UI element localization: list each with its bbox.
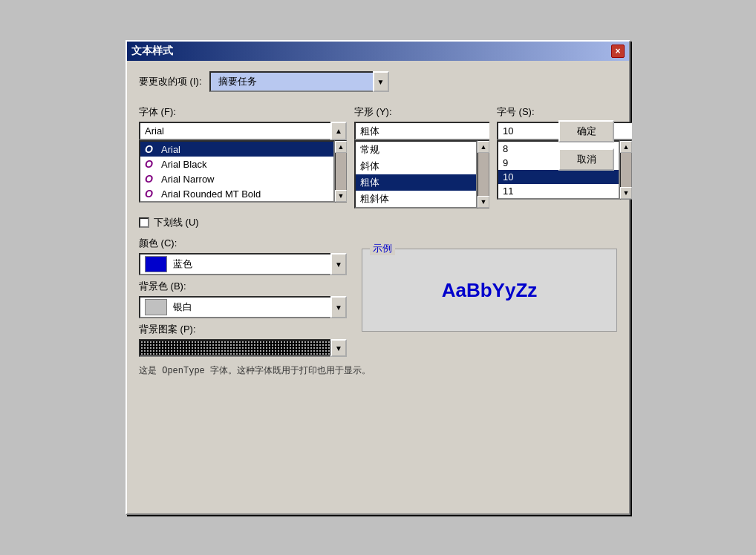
color-combo[interactable]: 蓝色 ▼ [139,253,347,275]
style-label: 字形 (Y): [354,105,489,119]
dialog-title: 文本样式 [131,45,173,58]
font-input[interactable] [139,122,330,140]
example-inner: AaBbYyZz [362,249,616,331]
style-item-bold[interactable]: 粗体 [356,174,476,191]
color-column: 颜色 (C): 蓝色 ▼ 背景色 (B): [139,237,347,357]
font-item-arial-rounded[interactable]: O Arial Rounded MT Bold [140,186,333,201]
color-preview [145,256,167,272]
size-scroll-track[interactable] [621,153,631,187]
font-item-arial-black[interactable]: O Arial Black [140,157,333,171]
bg-pattern-combo[interactable]: ▼ [139,339,347,357]
item-change-input[interactable]: 摘要任务 [209,71,373,92]
font-name-arial-black: Arial Black [161,159,206,170]
style-item-bold-italic[interactable]: 粗斜体 [356,191,476,207]
style-name-italic: 斜体 [360,160,379,173]
style-item-italic[interactable]: 斜体 [356,158,476,174]
font-listbox[interactable]: O Arial O Arial Black O Arial Narrow O [139,140,335,203]
close-button[interactable]: × [611,45,625,58]
bg-pattern-preview [139,339,330,357]
font-column: 字体 (F): ▲ O Arial O Arial Black [139,105,347,203]
item-change-label: 要更改的项 (I): [139,75,202,88]
style-listbox-container: 常规 斜体 粗体 粗斜体 ▲ [354,140,489,208]
font-input-combo[interactable]: ▲ [139,122,347,140]
size-scrollbar[interactable]: ▲ ▼ [620,140,632,200]
text-style-dialog: 文本样式 × 要更改的项 (I): 摘要任务 ▼ 字体 (F): ▲ [126,40,630,515]
font-scroll-track[interactable] [336,153,346,190]
bg-color-text-box[interactable]: 银白 [139,296,330,318]
font-name-arial-narrow: Arial Narrow [161,174,215,185]
color-example-section: 颜色 (C): 蓝色 ▼ 背景色 (B): [139,237,617,357]
font-item-arial[interactable]: O Arial [140,142,333,157]
size-item-11[interactable]: 11 [498,184,619,198]
font-icon-arial-black: O [145,158,157,170]
font-icon-arial-rounded: O [145,188,157,200]
font-scroll-down-btn[interactable]: ▼ [335,190,347,202]
size-scroll-down-btn[interactable]: ▼ [620,187,632,199]
item-change-row: 要更改的项 (I): 摘要任务 ▼ [139,71,617,92]
underline-label: 下划线 (U) [154,216,199,229]
size-value-8: 8 [503,143,508,154]
font-icon-arial-narrow: O [145,173,157,185]
font-label: 字体 (F): [139,105,347,119]
font-style-size-section: 字体 (F): ▲ O Arial O Arial Black [139,105,617,208]
bg-color-dropdown-arrow[interactable]: ▼ [330,296,347,318]
bg-color-label: 背景色 (B): [139,280,347,293]
size-label: 字号 (S): [497,105,632,119]
bg-color-preview [145,299,167,315]
size-item-10[interactable]: 10 [498,170,619,184]
color-dropdown-arrow[interactable]: ▼ [330,253,347,275]
font-item-arial-narrow[interactable]: O Arial Narrow [140,171,333,186]
style-name-bold: 粗体 [360,176,379,189]
hint-text: 这是 OpenType 字体。这种字体既用于打印也用于显示。 [139,364,617,377]
underline-row: 下划线 (U) [139,216,617,229]
font-name-arial: Arial [161,144,180,155]
example-label: 示例 [370,242,395,255]
size-value-9: 9 [503,157,508,168]
size-value-10: 10 [503,171,513,183]
font-listbox-container: O Arial O Arial Black O Arial Narrow O [139,140,347,203]
ok-button[interactable]: 确定 [558,120,614,142]
font-icon-arial: O [145,143,157,155]
style-scroll-track[interactable] [478,153,489,196]
item-change-dropdown-arrow[interactable]: ▼ [373,71,389,92]
title-bar: 文本样式 × [127,42,629,61]
bg-pattern-dropdown-arrow[interactable]: ▼ [330,339,347,357]
style-name-bold-italic: 粗斜体 [360,192,389,206]
example-text: AaBbYyZz [442,279,538,302]
font-scrollbar[interactable]: ▲ ▼ [335,140,347,203]
example-section: 示例 AaBbYyZz [362,237,617,332]
item-change-combo[interactable]: 摘要任务 ▼ [209,71,389,92]
style-item-regular[interactable]: 常规 [356,142,476,158]
style-input-combo[interactable] [354,122,489,140]
color-name: 蓝色 [173,257,192,271]
color-label: 颜色 (C): [139,237,347,250]
cancel-button[interactable]: 取消 [558,148,614,171]
dialog-content: 要更改的项 (I): 摘要任务 ▼ 字体 (F): ▲ O Ar [127,61,629,513]
style-scrollbar[interactable]: ▲ ▼ [478,140,489,208]
font-scroll-up[interactable]: ▲ [330,122,347,140]
font-name-arial-rounded: Arial Rounded MT Bold [161,188,261,200]
style-input[interactable] [354,122,489,140]
bg-pattern-label: 背景图案 (P): [139,323,347,336]
color-text-box[interactable]: 蓝色 [139,253,330,275]
buttons-column: 确定 取消 [558,120,614,171]
bg-color-combo[interactable]: 银白 ▼ [139,296,347,318]
style-scroll-up-btn[interactable]: ▲ [478,141,489,153]
example-box: 示例 AaBbYyZz [362,249,617,332]
font-scroll-up-btn[interactable]: ▲ [335,141,347,153]
style-scroll-down-btn[interactable]: ▼ [478,196,489,208]
bg-color-name: 银白 [173,301,192,314]
style-column: 字形 (Y): 常规 斜体 粗体 [354,105,489,208]
size-scroll-up-btn[interactable]: ▲ [620,141,632,153]
size-value-11: 11 [503,185,513,197]
underline-checkbox[interactable] [139,217,149,228]
style-listbox[interactable]: 常规 斜体 粗体 粗斜体 [354,140,478,208]
style-name-regular: 常规 [360,143,379,157]
